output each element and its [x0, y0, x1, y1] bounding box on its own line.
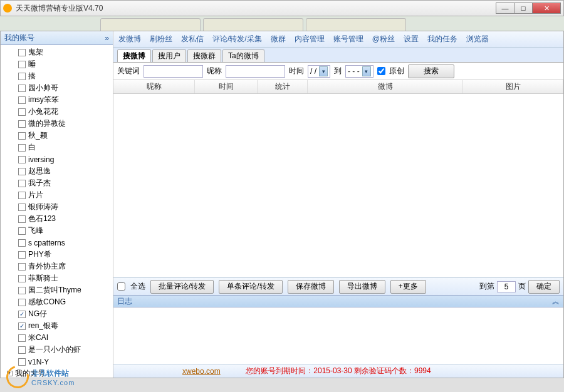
menu-item[interactable]: 内容管理 [295, 34, 325, 44]
checkbox-icon[interactable] [18, 251, 26, 259]
nickname-input[interactable] [226, 65, 285, 78]
tree-item[interactable]: 是一只小小的虾 [1, 344, 113, 356]
col-nickname[interactable]: 昵称 [113, 80, 195, 93]
checkbox-icon[interactable] [18, 49, 26, 56]
tree-item[interactable]: 片片 [1, 189, 113, 201]
keyword-input[interactable] [144, 65, 203, 78]
tree-item[interactable]: 飞峰 [1, 225, 113, 237]
date-to-dropdown[interactable]: - - -▾ [345, 65, 373, 78]
checkbox-icon[interactable] [18, 85, 26, 92]
checkbox-icon[interactable] [18, 204, 26, 211]
checkbox-icon[interactable] [18, 275, 26, 282]
menu-item[interactable]: 发私信 [181, 34, 204, 44]
maximize-button[interactable]: □ [514, 3, 533, 14]
menu-item[interactable]: 微群 [271, 34, 286, 44]
checkbox-icon[interactable] [18, 120, 26, 128]
page-ok-button[interactable]: 确定 [528, 280, 560, 294]
menu-item[interactable]: 浏览器 [466, 34, 489, 44]
grid-header: 昵称 时间 统计 微博 图片 [113, 80, 563, 94]
tree-item[interactable]: 秋_颖 [1, 130, 113, 142]
tree-item[interactable]: 微的异教徒 [1, 118, 113, 130]
tree-item[interactable]: PHY希 [1, 249, 113, 260]
tree-item[interactable]: 国二货叫Thyme [1, 284, 113, 296]
tree-item[interactable]: 小兔花花 [1, 106, 113, 118]
col-image[interactable]: 图片 [463, 80, 563, 93]
checkbox-icon[interactable] [18, 73, 26, 80]
browser-tab[interactable] [203, 18, 303, 31]
more-button[interactable]: +更多 [390, 280, 426, 294]
checkbox-icon[interactable] [18, 334, 26, 342]
browser-tab[interactable] [100, 18, 201, 31]
export-weibo-button[interactable]: 导出微博 [339, 280, 385, 294]
checkbox-icon[interactable]: ✓ [18, 322, 26, 330]
tree-item[interactable]: 睡 [1, 58, 113, 70]
checkbox-icon[interactable] [18, 346, 26, 354]
search-button[interactable]: 搜索 [408, 64, 454, 78]
log-header[interactable]: 日志 ︽ [113, 295, 563, 307]
tree-item[interactable]: 我子杰 [1, 177, 113, 189]
checkbox-icon[interactable] [18, 61, 26, 68]
tree-item[interactable]: 银师涛涛 [1, 201, 113, 213]
checkbox-icon[interactable] [18, 299, 26, 306]
checkbox-icon[interactable] [18, 96, 26, 104]
original-checkbox[interactable] [377, 67, 385, 75]
tree-item[interactable]: v1N-Y [1, 356, 113, 368]
tree-item[interactable]: 菲斯骑士 [1, 272, 113, 284]
save-weibo-button[interactable]: 保存微博 [288, 280, 334, 294]
menu-item[interactable]: 账号管理 [333, 34, 363, 44]
menu-item[interactable]: 发微博 [118, 34, 141, 44]
tree-item[interactable]: 园小帅哥 [1, 82, 113, 94]
tree-item[interactable]: 色石123 [1, 213, 113, 225]
checkbox-icon[interactable] [18, 168, 26, 175]
sidebar-header[interactable]: 我的账号 » [1, 31, 113, 45]
menu-item[interactable]: 我的任务 [427, 34, 457, 44]
menu-item[interactable]: @粉丝 [372, 34, 395, 44]
subtab[interactable]: 搜微群 [187, 49, 221, 62]
subtab[interactable]: 搜用户 [152, 49, 186, 62]
checkbox-icon[interactable] [18, 263, 26, 271]
close-button[interactable]: ✕ [532, 3, 561, 14]
col-time[interactable]: 时间 [195, 80, 258, 93]
single-comment-button[interactable]: 单条评论/转发 [219, 280, 282, 294]
checkbox-icon[interactable] [18, 192, 26, 199]
checkbox-icon[interactable] [18, 239, 26, 247]
expand-icon[interactable]: + [7, 371, 13, 376]
tree-item[interactable]: 白 [1, 142, 113, 153]
menu-item[interactable]: 刷粉丝 [150, 34, 172, 44]
tree-item-label: NG仔 [28, 309, 47, 319]
browser-tab[interactable] [306, 18, 406, 31]
col-weibo[interactable]: 微博 [308, 80, 463, 93]
tree-item[interactable]: ✓NG仔 [1, 308, 113, 320]
checkbox-icon[interactable]: ✓ [18, 311, 26, 318]
menu-item[interactable]: 评论/转发/采集 [212, 34, 262, 44]
menu-item[interactable]: 设置 [404, 34, 419, 44]
checkbox-icon[interactable] [18, 215, 26, 223]
subtab[interactable]: Ta的微博 [222, 49, 264, 62]
checkbox-icon[interactable] [18, 156, 26, 163]
tree-item[interactable]: iversing [1, 153, 113, 165]
checkbox-icon[interactable] [18, 180, 26, 187]
tree-item[interactable]: 鬼架 [1, 46, 113, 58]
checkbox-icon[interactable] [18, 108, 26, 116]
tree-item[interactable]: 赵思逸 [1, 165, 113, 177]
tree-item[interactable]: ✓ren_银毒 [1, 320, 113, 332]
checkbox-icon[interactable] [18, 132, 26, 140]
checkbox-icon[interactable] [18, 287, 26, 294]
checkbox-icon[interactable] [18, 227, 26, 235]
date-from-dropdown[interactable]: / /▾ [308, 65, 330, 78]
tree-item[interactable]: imsy笨笨 [1, 94, 113, 106]
col-stats[interactable]: 统计 [258, 80, 308, 93]
checkbox-icon[interactable] [18, 358, 26, 366]
tree-group[interactable]: +我的大号 [1, 368, 113, 378]
tree-item[interactable]: 揍 [1, 70, 113, 82]
tree-item[interactable]: 青外协主席 [1, 260, 113, 272]
minimize-button[interactable]: — [496, 3, 514, 14]
subtab[interactable]: 搜微博 [117, 49, 151, 62]
checkbox-icon[interactable] [18, 144, 26, 152]
selectall-checkbox[interactable] [117, 282, 125, 291]
batch-comment-button[interactable]: 批量评论/转发 [150, 280, 214, 294]
tree-item[interactable]: s cpatterns [1, 237, 113, 249]
page-input[interactable] [497, 281, 516, 292]
tree-item[interactable]: 感敏CONG [1, 296, 113, 308]
tree-item[interactable]: 米CAI [1, 332, 113, 344]
